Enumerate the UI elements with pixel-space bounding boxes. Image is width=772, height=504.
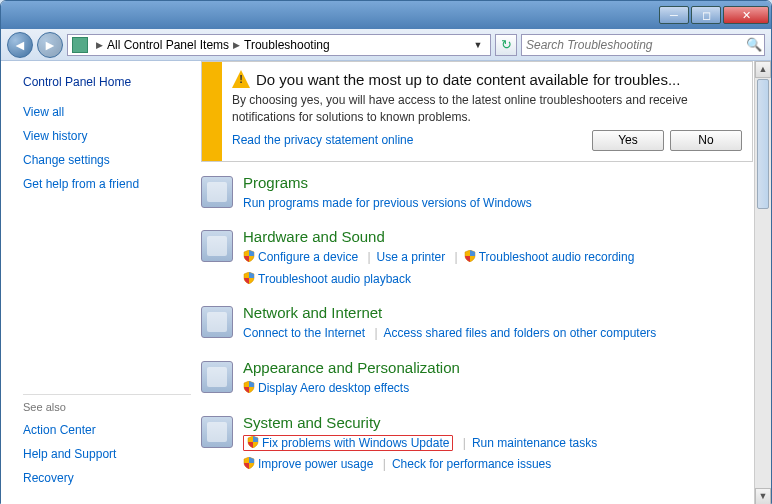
breadcrumb-separator: ▶ — [96, 40, 103, 50]
sidebar-link-action-center[interactable]: Action Center — [23, 423, 191, 437]
category-programs: Programs Run programs made for previous … — [201, 174, 753, 215]
network-icon — [201, 306, 233, 338]
breadcrumb-dropdown[interactable]: ▼ — [470, 40, 486, 50]
programs-icon — [201, 176, 233, 208]
back-button[interactable]: ◄ — [7, 32, 33, 58]
category-network: Network and Internet Connect to the Inte… — [201, 304, 753, 345]
link-use-printer[interactable]: Use a printer — [377, 250, 446, 264]
breadcrumb-current[interactable]: Troubleshooting — [244, 38, 330, 52]
category-hardware: Hardware and Sound Configure a device |U… — [201, 228, 753, 290]
scrollbar[interactable]: ▲ ▼ — [754, 61, 771, 504]
scroll-thumb[interactable] — [757, 79, 769, 209]
control-panel-home-link[interactable]: Control Panel Home — [23, 75, 191, 89]
control-panel-icon — [72, 37, 88, 53]
info-bar: Do you want the most up to date content … — [201, 61, 753, 162]
category-title-network[interactable]: Network and Internet — [243, 304, 753, 321]
sidebar-link-view-history[interactable]: View history — [23, 129, 191, 143]
link-performance[interactable]: Check for performance issues — [392, 457, 551, 471]
link-shared-files[interactable]: Access shared files and folders on other… — [384, 326, 657, 340]
sidebar: Control Panel Home View all View history… — [1, 61, 201, 504]
search-input[interactable] — [522, 38, 744, 52]
forward-button[interactable]: ► — [37, 32, 63, 58]
category-title-security[interactable]: System and Security — [243, 414, 753, 431]
link-audio-playback[interactable]: Troubleshoot audio playback — [258, 272, 411, 286]
sidebar-link-change-settings[interactable]: Change settings — [23, 153, 191, 167]
category-title-programs[interactable]: Programs — [243, 174, 753, 191]
breadcrumb[interactable]: ▶ All Control Panel Items ▶ Troubleshoot… — [67, 34, 491, 56]
shield-icon — [243, 379, 255, 391]
info-bar-text: By choosing yes, you will have access to… — [232, 92, 742, 126]
category-security: System and Security Fix problems with Wi… — [201, 414, 753, 476]
link-windows-update[interactable]: Fix problems with Windows Update — [262, 436, 449, 450]
minimize-button[interactable]: ─ — [659, 6, 689, 24]
category-title-hardware[interactable]: Hardware and Sound — [243, 228, 753, 245]
warning-icon — [232, 70, 250, 88]
security-icon — [201, 416, 233, 448]
window: ─ ◻ ✕ ◄ ► ▶ All Control Panel Items ▶ Tr… — [0, 0, 772, 504]
link-configure-device[interactable]: Configure a device — [258, 250, 358, 264]
yes-button[interactable]: Yes — [592, 130, 664, 151]
link-connect-internet[interactable]: Connect to the Internet — [243, 326, 365, 340]
info-bar-title: Do you want the most up to date content … — [256, 71, 680, 88]
shield-icon — [243, 455, 255, 467]
link-aero-effects[interactable]: Display Aero desktop effects — [258, 381, 409, 395]
refresh-button[interactable]: ↻ — [495, 34, 517, 56]
category-appearance: Appearance and Personalization Display A… — [201, 359, 753, 400]
link-power-usage[interactable]: Improve power usage — [258, 457, 373, 471]
breadcrumb-parent[interactable]: All Control Panel Items — [107, 38, 229, 52]
shield-icon — [243, 248, 255, 260]
link-run-compat[interactable]: Run programs made for previous versions … — [243, 196, 532, 210]
privacy-link[interactable]: Read the privacy statement online — [232, 133, 413, 147]
sidebar-link-view-all[interactable]: View all — [23, 105, 191, 119]
shield-icon — [247, 434, 259, 446]
sidebar-link-recovery[interactable]: Recovery — [23, 471, 191, 485]
see-also-heading: See also — [23, 394, 191, 413]
close-button[interactable]: ✕ — [723, 6, 769, 24]
no-button[interactable]: No — [670, 130, 742, 151]
titlebar[interactable]: ─ ◻ ✕ — [1, 1, 771, 29]
scroll-down-button[interactable]: ▼ — [755, 488, 771, 504]
address-bar: ◄ ► ▶ All Control Panel Items ▶ Troubles… — [1, 29, 771, 61]
info-bar-stripe — [202, 62, 222, 161]
shield-icon — [243, 270, 255, 282]
scroll-up-button[interactable]: ▲ — [755, 61, 771, 78]
sidebar-link-get-help[interactable]: Get help from a friend — [23, 177, 191, 191]
maximize-button[interactable]: ◻ — [691, 6, 721, 24]
search-icon[interactable]: 🔍 — [744, 37, 764, 52]
breadcrumb-separator: ▶ — [233, 40, 240, 50]
sidebar-link-help-support[interactable]: Help and Support — [23, 447, 191, 461]
hardware-icon — [201, 230, 233, 262]
search-box[interactable]: 🔍 — [521, 34, 765, 56]
shield-icon — [464, 248, 476, 260]
link-audio-recording[interactable]: Troubleshoot audio recording — [479, 250, 635, 264]
content-pane: Do you want the most up to date content … — [201, 61, 771, 504]
appearance-icon — [201, 361, 233, 393]
category-title-appearance[interactable]: Appearance and Personalization — [243, 359, 753, 376]
link-maintenance[interactable]: Run maintenance tasks — [472, 436, 597, 450]
